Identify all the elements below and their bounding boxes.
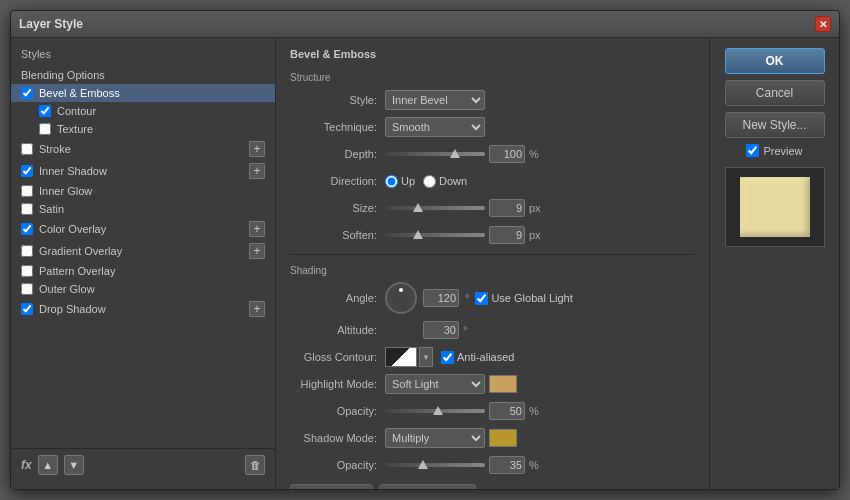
altitude-unit: ° xyxy=(463,324,467,336)
sidebar-item-gradient-overlay[interactable]: Gradient Overlay + xyxy=(11,240,275,262)
close-button[interactable]: ✕ xyxy=(815,16,831,32)
soften-slider[interactable] xyxy=(385,233,485,237)
sidebar-item-texture[interactable]: Texture xyxy=(11,120,275,138)
shadow-opacity-slider[interactable] xyxy=(385,463,485,467)
inner-glow-checkbox[interactable] xyxy=(21,185,33,197)
technique-select[interactable]: Smooth Chisel Hard Chisel Soft xyxy=(385,117,485,137)
structure-label: Structure xyxy=(290,72,695,83)
sidebar-item-outer-glow[interactable]: Outer Glow xyxy=(11,280,275,298)
sidebar-item-stroke[interactable]: Stroke + xyxy=(11,138,275,160)
sidebar-item-pattern-overlay[interactable]: Pattern Overlay xyxy=(11,262,275,280)
anti-aliased-label[interactable]: Anti-aliased xyxy=(441,351,514,364)
drop-shadow-add-button[interactable]: + xyxy=(249,301,265,317)
direction-row: Direction: Up Down xyxy=(290,170,695,192)
stroke-add-button[interactable]: + xyxy=(249,141,265,157)
satin-checkbox[interactable] xyxy=(21,203,33,215)
shadow-opacity-thumb[interactable] xyxy=(418,460,428,469)
direction-down-radio[interactable] xyxy=(423,175,436,188)
up-button[interactable]: ▲ xyxy=(38,455,58,475)
direction-up-label[interactable]: Up xyxy=(385,175,415,188)
right-panel: OK Cancel New Style... Preview xyxy=(709,38,839,489)
depth-slider-thumb[interactable] xyxy=(450,149,460,158)
drop-shadow-checkbox[interactable] xyxy=(21,303,33,315)
stroke-checkbox[interactable] xyxy=(21,143,33,155)
highlight-opacity-control: % xyxy=(385,402,695,420)
shadow-color-swatch[interactable] xyxy=(489,429,517,447)
sidebar-item-contour[interactable]: Contour xyxy=(11,102,275,120)
size-input[interactable] xyxy=(489,199,525,217)
use-global-light-checkbox[interactable] xyxy=(475,292,488,305)
highlight-color-swatch[interactable] xyxy=(489,375,517,393)
down-button[interactable]: ▼ xyxy=(64,455,84,475)
shadow-mode-select[interactable]: Multiply Normal Screen Overlay xyxy=(385,428,485,448)
sidebar-item-color-overlay[interactable]: Color Overlay + xyxy=(11,218,275,240)
angle-dial[interactable] xyxy=(385,282,417,314)
soften-label: Soften: xyxy=(290,229,385,241)
sidebar-item-inner-shadow[interactable]: Inner Shadow + xyxy=(11,160,275,182)
direction-label: Direction: xyxy=(290,175,385,187)
preview-checkbox[interactable] xyxy=(746,144,759,157)
gradient-overlay-add-button[interactable]: + xyxy=(249,243,265,259)
color-overlay-checkbox[interactable] xyxy=(21,223,33,235)
direction-up-radio[interactable] xyxy=(385,175,398,188)
direction-down-label[interactable]: Down xyxy=(423,175,467,188)
divider xyxy=(290,254,695,255)
fx-label: fx xyxy=(21,458,32,472)
bevel-emboss-checkbox[interactable] xyxy=(21,87,33,99)
depth-input[interactable] xyxy=(489,145,525,163)
sidebar-item-blending-options[interactable]: Blending Options xyxy=(11,66,275,84)
inner-shadow-add-button[interactable]: + xyxy=(249,163,265,179)
sidebar-item-drop-shadow[interactable]: Drop Shadow + xyxy=(11,298,275,320)
soften-slider-thumb[interactable] xyxy=(413,230,423,239)
middle-panel: Bevel & Emboss Structure Style: Inner Be… xyxy=(276,38,709,489)
style-label: Style: xyxy=(290,94,385,106)
highlight-opacity-label: Opacity: xyxy=(290,405,385,417)
soften-control: px xyxy=(385,226,695,244)
highlight-opacity-slider[interactable] xyxy=(385,409,485,413)
depth-slider[interactable] xyxy=(385,152,485,156)
size-slider[interactable] xyxy=(385,206,485,210)
highlight-mode-label: Highlight Mode: xyxy=(290,378,385,390)
size-slider-thumb[interactable] xyxy=(413,203,423,212)
angle-input[interactable] xyxy=(423,289,459,307)
contour-dropdown-arrow[interactable]: ▼ xyxy=(419,347,433,367)
gloss-contour-label: Gloss Contour: xyxy=(290,351,385,363)
make-default-button[interactable]: Make Default xyxy=(290,484,373,489)
highlight-mode-select[interactable]: Soft Light Normal Multiply Screen Overla… xyxy=(385,374,485,394)
preview-checkbox-label[interactable]: Preview xyxy=(725,144,825,157)
texture-checkbox[interactable] xyxy=(39,123,51,135)
reset-to-default-button[interactable]: Reset to Default xyxy=(379,484,476,489)
style-select[interactable]: Inner Bevel Outer Bevel Emboss Pillow Em… xyxy=(385,90,485,110)
pattern-overlay-checkbox[interactable] xyxy=(21,265,33,277)
shadow-opacity-unit: % xyxy=(529,459,539,471)
inner-shadow-checkbox[interactable] xyxy=(21,165,33,177)
contour-checkbox[interactable] xyxy=(39,105,51,117)
cancel-button[interactable]: Cancel xyxy=(725,80,825,106)
sidebar-item-satin[interactable]: Satin xyxy=(11,200,275,218)
highlight-opacity-thumb[interactable] xyxy=(433,406,443,415)
sidebar-item-inner-glow[interactable]: Inner Glow xyxy=(11,182,275,200)
ok-button[interactable]: OK xyxy=(725,48,825,74)
outer-glow-checkbox[interactable] xyxy=(21,283,33,295)
trash-button[interactable]: 🗑 xyxy=(245,455,265,475)
altitude-control: ° xyxy=(385,321,695,339)
preview-thumbnail xyxy=(740,177,810,237)
highlight-opacity-input[interactable] xyxy=(489,402,525,420)
altitude-input[interactable] xyxy=(423,321,459,339)
new-style-button[interactable]: New Style... xyxy=(725,112,825,138)
use-global-light-label[interactable]: Use Global Light xyxy=(475,292,572,305)
anti-aliased-checkbox[interactable] xyxy=(441,351,454,364)
gloss-contour-row: Gloss Contour: ▼ Anti-aliased xyxy=(290,346,695,368)
color-overlay-add-button[interactable]: + xyxy=(249,221,265,237)
shading-label: Shading xyxy=(290,265,695,276)
soften-input[interactable] xyxy=(489,226,525,244)
angle-label: Angle: xyxy=(290,292,385,304)
soften-unit: px xyxy=(529,229,541,241)
gloss-contour-preview[interactable] xyxy=(385,347,417,367)
technique-row: Technique: Smooth Chisel Hard Chisel Sof… xyxy=(290,116,695,138)
titlebar: Layer Style ✕ xyxy=(11,11,839,38)
shadow-opacity-input[interactable] xyxy=(489,456,525,474)
style-control: Inner Bevel Outer Bevel Emboss Pillow Em… xyxy=(385,90,695,110)
gradient-overlay-checkbox[interactable] xyxy=(21,245,33,257)
sidebar-item-bevel-emboss[interactable]: Bevel & Emboss xyxy=(11,84,275,102)
